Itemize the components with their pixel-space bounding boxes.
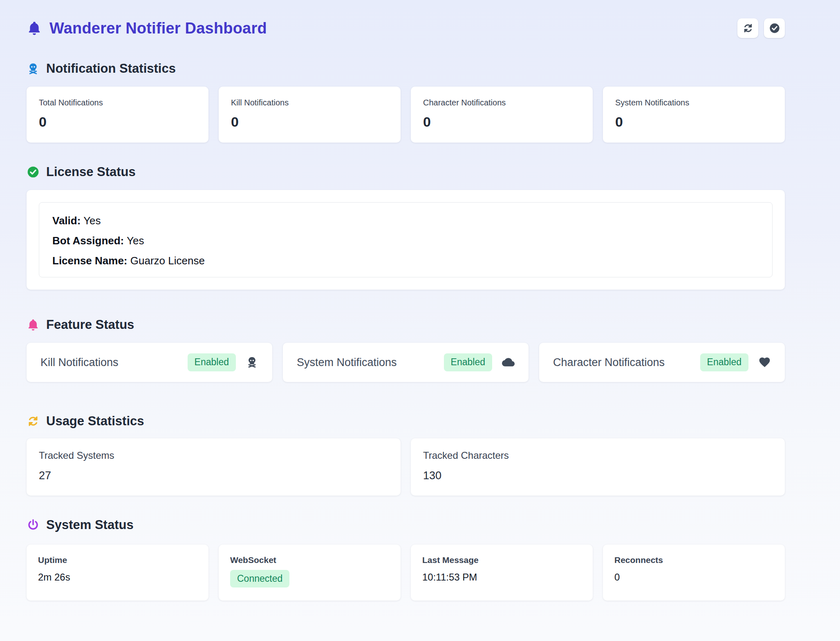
feature-label: Kill Notifications: [40, 356, 119, 369]
status-badge: Enabled: [188, 353, 236, 371]
feature-right: Enabled: [700, 353, 771, 371]
refresh-icon: [27, 415, 40, 428]
license-field-value: Guarzo License: [130, 255, 205, 267]
section-title: System Status: [46, 518, 134, 532]
stat-card-character-notifications: Character Notifications 0: [411, 87, 593, 143]
usage-label: Tracked Characters: [423, 450, 773, 461]
stat-card-kill-notifications: Kill Notifications 0: [219, 87, 401, 143]
system-label: Uptime: [38, 555, 197, 565]
stat-value: 0: [39, 114, 196, 130]
header-actions: [737, 18, 785, 38]
feature-right: Enabled: [188, 353, 258, 371]
status-badge: Enabled: [444, 353, 492, 371]
system-card-uptime: Uptime 2m 26s: [27, 545, 208, 601]
app-header: Wanderer Notifier Dashboard: [27, 16, 785, 40]
section-title: License Status: [46, 165, 136, 179]
system-value: 0: [614, 572, 773, 583]
stat-label: System Notifications: [615, 98, 773, 107]
system-value: 2m 26s: [38, 572, 197, 583]
stat-label: Character Notifications: [423, 98, 580, 107]
section-title: Usage Statistics: [46, 414, 144, 429]
section-title: Feature Status: [46, 317, 134, 332]
license-valid-line: Valid: Yes: [52, 213, 759, 228]
skull-crossbones-icon: [27, 62, 40, 75]
feature-label: System Notifications: [297, 356, 397, 369]
feature-label: Character Notifications: [553, 356, 665, 369]
system-label: Last Message: [422, 555, 581, 565]
feature-card-character-notifications: Character Notifications Enabled: [539, 343, 785, 382]
system-card-reconnects: Reconnects 0: [603, 545, 785, 601]
stat-value: 0: [423, 114, 580, 130]
section-license-status: License Status: [27, 165, 785, 179]
status-badge: Enabled: [700, 353, 748, 371]
license-field-label: Valid:: [52, 214, 81, 227]
system-status-grid: Uptime 2m 26s WebSocket Connected Last M…: [27, 545, 785, 601]
notification-stats-grid: Total Notifications 0 Kill Notifications…: [27, 87, 785, 143]
usage-value: 130: [423, 469, 773, 482]
license-bot-assigned-line: Bot Assigned: Yes: [52, 233, 759, 248]
websocket-status-badge: Connected: [230, 570, 289, 587]
stat-label: Kill Notifications: [231, 98, 388, 107]
stat-card-system-notifications: System Notifications 0: [603, 87, 785, 143]
bell-icon: [27, 318, 40, 331]
usage-value: 27: [39, 469, 388, 482]
system-card-last-message: Last Message 10:11:53 PM: [411, 545, 593, 601]
heart-icon: [758, 356, 771, 369]
feature-status-grid: Kill Notifications Enabled System Notifi…: [27, 343, 785, 382]
refresh-button[interactable]: [737, 18, 758, 38]
section-usage-statistics: Usage Statistics: [27, 414, 785, 429]
license-field-value: Yes: [127, 235, 144, 247]
stat-card-total-notifications: Total Notifications 0: [27, 87, 208, 143]
skull-crossbones-icon: [246, 356, 258, 369]
section-system-status: System Status: [27, 518, 785, 532]
section-feature-status: Feature Status: [27, 317, 785, 332]
system-label: Reconnects: [614, 555, 773, 565]
page-title: Wanderer Notifier Dashboard: [49, 20, 267, 37]
stat-value: 0: [231, 114, 388, 130]
feature-card-system-notifications: System Notifications Enabled: [283, 343, 529, 382]
power-icon: [27, 518, 40, 532]
usage-card-tracked-characters: Tracked Characters 130: [411, 438, 785, 496]
stat-label: Total Notifications: [39, 98, 196, 107]
feature-right: Enabled: [444, 353, 515, 371]
feature-card-kill-notifications: Kill Notifications Enabled: [27, 343, 272, 382]
system-label: WebSocket: [230, 555, 389, 565]
license-name-line: License Name: Guarzo License: [52, 253, 759, 268]
check-circle-icon: [27, 165, 40, 179]
usage-statistics-grid: Tracked Systems 27 Tracked Characters 13…: [27, 438, 785, 496]
usage-label: Tracked Systems: [39, 450, 388, 461]
license-card: Valid: Yes Bot Assigned: Yes License Nam…: [27, 190, 785, 290]
license-details-box: Valid: Yes Bot Assigned: Yes License Nam…: [39, 202, 773, 277]
system-card-websocket: WebSocket Connected: [219, 545, 401, 601]
system-badge-wrap: Connected: [230, 570, 389, 587]
system-value: 10:11:53 PM: [422, 572, 581, 583]
stat-value: 0: [615, 114, 773, 130]
cloud-icon: [502, 356, 515, 369]
status-check-button[interactable]: [764, 18, 785, 38]
license-field-label: Bot Assigned:: [52, 235, 124, 247]
license-field-label: License Name:: [52, 255, 128, 267]
refresh-icon: [742, 22, 754, 34]
bell-icon: [27, 20, 42, 36]
usage-card-tracked-systems: Tracked Systems 27: [27, 438, 401, 496]
check-circle-icon: [769, 22, 780, 34]
section-title: Notification Statistics: [46, 61, 176, 76]
section-notification-statistics: Notification Statistics: [27, 61, 785, 76]
dashboard-page: Wanderer Notifier Dashboard Notification…: [0, 0, 840, 601]
license-field-value: Yes: [83, 214, 101, 227]
